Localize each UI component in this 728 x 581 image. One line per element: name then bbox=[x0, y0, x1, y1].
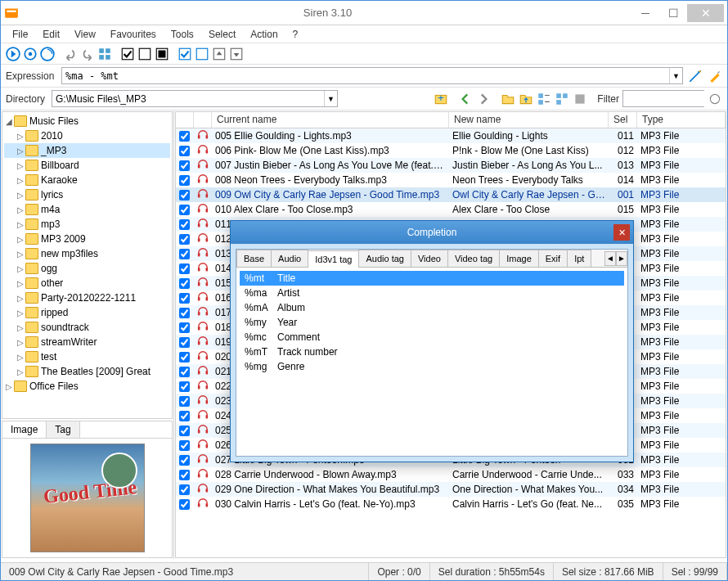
redo-icon[interactable] bbox=[80, 47, 95, 61]
row-checkbox[interactable] bbox=[179, 278, 190, 289]
row-checkbox[interactable] bbox=[179, 440, 190, 451]
invert-check-icon[interactable] bbox=[155, 47, 169, 61]
row-checkbox[interactable] bbox=[179, 219, 190, 230]
row-checkbox[interactable] bbox=[179, 205, 190, 215]
row-checkbox[interactable] bbox=[179, 249, 190, 259]
tree-item[interactable]: ▷2010 bbox=[4, 128, 170, 143]
expression-dropdown-icon[interactable]: ▼ bbox=[669, 68, 682, 83]
table-row[interactable]: 008 Neon Trees - Everybody Talks.mp3Neon… bbox=[176, 173, 726, 187]
expand-icon[interactable]: ▷ bbox=[16, 279, 25, 288]
uncheck-blue-icon[interactable] bbox=[195, 47, 209, 61]
row-checkbox[interactable] bbox=[179, 175, 190, 186]
close-button[interactable]: ✕ bbox=[687, 4, 724, 22]
minimize-button[interactable]: ─ bbox=[631, 4, 659, 22]
popup-tab[interactable]: Video bbox=[411, 250, 448, 267]
expand-icon[interactable]: ▷ bbox=[16, 205, 25, 214]
expand-icon[interactable]: ▷ bbox=[16, 353, 25, 362]
tree-item[interactable]: ▷_MP3 bbox=[4, 143, 170, 158]
tab-scroll-left-icon[interactable]: ◄ bbox=[604, 251, 616, 266]
row-checkbox[interactable] bbox=[179, 263, 190, 274]
expand-icon[interactable]: ▷ bbox=[16, 294, 25, 303]
menu-edit[interactable]: Edit bbox=[36, 27, 66, 42]
back-icon[interactable] bbox=[458, 92, 473, 106]
tree-item[interactable]: ▷streamWriter bbox=[4, 335, 170, 349]
tree-item[interactable]: ▷mp3 bbox=[4, 217, 170, 232]
expression-brush-icon[interactable] bbox=[708, 69, 722, 83]
menu-favourites[interactable]: Favourites bbox=[104, 27, 163, 42]
gear-icon[interactable] bbox=[23, 47, 38, 61]
tree-item[interactable]: ▷Party-20120222-1211 bbox=[4, 290, 170, 305]
row-checkbox[interactable] bbox=[179, 484, 190, 495]
directory-dropdown-icon[interactable]: ▼ bbox=[324, 91, 337, 106]
completion-item[interactable]: %myYear bbox=[240, 315, 624, 330]
col-new-name[interactable]: New name bbox=[449, 112, 609, 128]
expand-icon[interactable]: ▷ bbox=[16, 176, 25, 185]
expand-icon[interactable]: ▷ bbox=[16, 235, 25, 244]
row-checkbox[interactable] bbox=[179, 293, 190, 304]
filter-combo[interactable]: ▼ bbox=[622, 90, 704, 107]
tree-item[interactable]: ▷Office Files bbox=[4, 379, 170, 394]
col-type[interactable]: Type bbox=[637, 112, 726, 128]
menu-select[interactable]: Select bbox=[202, 27, 242, 42]
row-checkbox[interactable] bbox=[179, 426, 190, 436]
tree-collapse-icon[interactable] bbox=[537, 92, 551, 106]
row-checkbox[interactable] bbox=[179, 367, 190, 377]
tree-item[interactable]: ▷The Beatles [2009] Great bbox=[4, 364, 170, 379]
expand-icon[interactable]: ▷ bbox=[16, 250, 25, 259]
directory-combo[interactable]: ▼ bbox=[52, 90, 338, 107]
row-checkbox[interactable] bbox=[179, 396, 190, 407]
popup-tab[interactable]: Audio tag bbox=[358, 250, 411, 267]
tree-item[interactable]: ▷lyrics bbox=[4, 187, 170, 202]
uncheck-all-icon[interactable] bbox=[137, 47, 152, 61]
popup-tab[interactable]: Image bbox=[499, 250, 539, 267]
expand-icon[interactable]: ▷ bbox=[16, 323, 25, 332]
completion-list[interactable]: %mtTitle%maArtist%mAAlbum%myYear%mcComme… bbox=[236, 268, 627, 377]
forward-icon[interactable] bbox=[476, 92, 491, 106]
expand-icon[interactable]: ▷ bbox=[16, 191, 25, 200]
stop-icon[interactable] bbox=[573, 92, 587, 106]
tab-scroll-right-icon[interactable]: ► bbox=[616, 251, 627, 266]
row-checkbox[interactable] bbox=[179, 337, 190, 348]
table-row[interactable]: 029 One Direction - What Makes You Beaut… bbox=[176, 482, 726, 497]
expression-wand-icon[interactable] bbox=[688, 69, 703, 83]
maximize-button[interactable]: ☐ bbox=[659, 4, 687, 22]
tree-item[interactable]: ▷MP3 2009 bbox=[4, 232, 170, 246]
tree-item[interactable]: ▷other bbox=[4, 276, 170, 290]
row-checkbox[interactable] bbox=[179, 322, 190, 333]
row-checkbox[interactable] bbox=[179, 308, 190, 318]
menu-view[interactable]: View bbox=[68, 27, 102, 42]
row-checkbox[interactable] bbox=[179, 190, 190, 200]
popup-tab[interactable]: Video tag bbox=[447, 250, 500, 267]
tree-item[interactable]: ▷soundtrack bbox=[4, 320, 170, 335]
undo-icon[interactable] bbox=[63, 47, 78, 61]
table-row[interactable]: 006 Pink- Blow Me (One Last Kiss).mp3P!n… bbox=[176, 143, 726, 158]
tree-item[interactable]: ▷ogg bbox=[4, 261, 170, 276]
tree-item[interactable]: ▷m4a bbox=[4, 202, 170, 217]
row-checkbox[interactable] bbox=[179, 411, 190, 421]
expression-input[interactable] bbox=[62, 68, 669, 83]
tab-image[interactable]: Image bbox=[2, 421, 47, 438]
table-row[interactable]: 007 Justin Bieber - As Long As You Love … bbox=[176, 158, 726, 173]
row-checkbox[interactable] bbox=[179, 146, 190, 156]
completion-item[interactable]: %maArtist bbox=[240, 286, 624, 300]
filter-apply-icon[interactable] bbox=[708, 92, 722, 106]
expand-icon[interactable]: ▷ bbox=[16, 132, 25, 141]
row-checkbox[interactable] bbox=[179, 470, 190, 480]
table-row[interactable]: 009 Owl City & Carly Rae Jepsen - Good T… bbox=[176, 187, 726, 202]
popup-close-button[interactable]: ✕ bbox=[613, 224, 630, 241]
popup-tab[interactable]: Audio bbox=[271, 250, 308, 267]
tree-item[interactable]: ▷Billboard bbox=[4, 158, 170, 173]
table-row[interactable]: 028 Carrie Underwood - Blown Away.mp3Car… bbox=[176, 467, 726, 482]
popup-tab[interactable]: Ipt bbox=[567, 250, 591, 267]
row-checkbox[interactable] bbox=[179, 234, 190, 245]
folder-up-icon[interactable] bbox=[519, 92, 533, 106]
menu-tools[interactable]: Tools bbox=[164, 27, 200, 42]
expand-icon[interactable]: ▷ bbox=[4, 382, 14, 391]
menu-help[interactable]: ? bbox=[286, 27, 305, 42]
select-down-icon[interactable] bbox=[229, 47, 244, 61]
tree-item[interactable]: ◢Music Files bbox=[4, 114, 170, 128]
expand-icon[interactable]: ▷ bbox=[16, 367, 25, 376]
col-sel[interactable]: Sel bbox=[609, 112, 637, 128]
directory-input[interactable] bbox=[52, 91, 324, 106]
table-row[interactable]: 030 Calvin Harris - Let's Go (feat. Ne-Y… bbox=[176, 497, 726, 511]
